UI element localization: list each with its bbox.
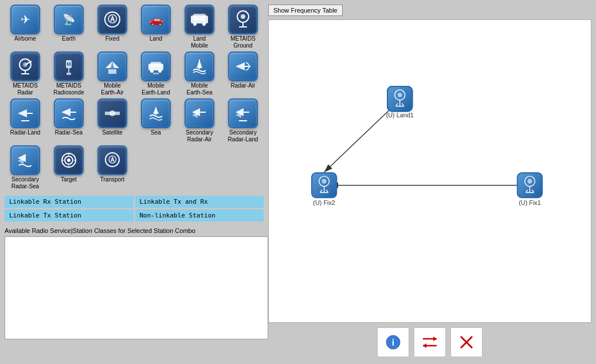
left-panel: ✈ Airborne 📡 Earth Ⓐ Fixed 🚗 Land	[0, 0, 268, 364]
metaids-radar-label: METAIDSRadar	[13, 82, 38, 96]
station-fixed[interactable]: Ⓐ Fixed	[92, 5, 133, 49]
sea-label: Sea	[151, 129, 161, 136]
svg-rect-20	[151, 62, 161, 68]
info-button[interactable]: i	[377, 327, 409, 357]
station-land[interactable]: 🚗 Land	[135, 5, 177, 49]
legend-linkable-tx: Linkable Tx Station	[5, 209, 134, 221]
svg-point-52	[398, 93, 402, 97]
svg-point-5	[202, 22, 206, 26]
land-label: Land	[150, 35, 162, 42]
station-satellite[interactable]: Satellite	[92, 98, 133, 143]
radar-sea-label: Radar-Sea	[55, 129, 83, 136]
metaids-radiosonde-icon: M	[54, 52, 84, 81]
radar-sea-icon	[54, 98, 84, 128]
transport-label: Transport	[100, 176, 124, 183]
show-frequency-table-button[interactable]: Show Frequency Table	[268, 5, 343, 16]
link-button[interactable]	[414, 327, 446, 357]
target-label: Target	[61, 176, 77, 183]
station-metaids-ground[interactable]: METAIDSGround	[222, 5, 264, 49]
svg-point-39	[67, 159, 70, 162]
legend-non-linkable: Non-linkable Station	[135, 209, 264, 221]
satellite-label: Satellite	[102, 129, 123, 136]
svg-rect-17	[66, 73, 71, 75]
station-secondary-radar-land[interactable]: SecondaryRadar-Land	[222, 98, 264, 143]
legend-linkable-rx: Linkable Rx Station	[5, 196, 134, 208]
station-airborne[interactable]: ✈ Airborne	[5, 5, 46, 49]
svg-text:i: i	[392, 338, 394, 347]
mobile-earth-land-label: MobileEarth-Land	[142, 82, 170, 96]
svg-point-21	[150, 69, 154, 73]
delete-button[interactable]	[450, 327, 483, 357]
station-land-mobile[interactable]: LandMobile	[179, 5, 220, 49]
transport-icon: Ⓐ	[97, 145, 127, 175]
earth-label: Earth	[62, 35, 76, 42]
metaids-radiosonde-label: METAIDSRadiosonde	[53, 82, 84, 96]
land-mobile-icon	[185, 5, 214, 34]
mobile-earth-sea-icon	[185, 52, 214, 81]
radar-land-label: Radar-Land	[10, 129, 41, 136]
svg-point-66	[528, 179, 532, 184]
available-title: Available Radio Service|Station Classes …	[5, 227, 264, 234]
station-metaids-radar[interactable]: METAIDSRadar	[5, 52, 46, 96]
mobile-earth-air-label: MobileEarth-Air	[101, 82, 123, 96]
available-textarea[interactable]	[5, 236, 268, 339]
secondary-radar-sea-icon	[10, 145, 40, 175]
land-icon: 🚗	[141, 5, 171, 34]
station-sea[interactable]: Sea	[135, 98, 177, 143]
secondary-radar-land-icon	[228, 98, 258, 128]
airborne-label: Airborne	[14, 35, 36, 42]
network-canvas[interactable]: (U) Land1 (U) Fix2	[268, 19, 591, 323]
available-section: Available Radio Service|Station Classes …	[5, 227, 264, 341]
svg-point-22	[158, 69, 162, 73]
bottom-toolbar: i	[268, 323, 591, 359]
radar-land-icon	[10, 98, 40, 128]
station-transport[interactable]: Ⓐ Transport	[92, 145, 133, 190]
svg-text:Ⓐ: Ⓐ	[108, 14, 117, 24]
station-mobile-earth-land[interactable]: MobileEarth-Land	[135, 52, 177, 96]
fixed-label: Fixed	[105, 35, 119, 42]
station-metaids-radiosonde[interactable]: M METAIDSRadiosonde	[48, 52, 89, 96]
station-radar-sea[interactable]: Radar-Sea	[48, 98, 89, 143]
sea-icon	[141, 98, 171, 128]
node-land1	[387, 86, 412, 111]
svg-rect-23	[153, 73, 159, 74]
legend-linkable-txrx: Linkable Tx and Rx	[135, 196, 264, 208]
station-mobile-earth-air[interactable]: MobileEarth-Air	[92, 52, 133, 96]
svg-rect-3	[193, 14, 206, 21]
station-target[interactable]: Target	[48, 145, 89, 190]
svg-point-4	[193, 22, 197, 26]
svg-marker-76	[423, 343, 426, 348]
svg-point-59	[322, 179, 327, 184]
secondary-radar-air-icon	[185, 98, 214, 128]
station-mobile-earth-sea[interactable]: MobileEarth-Sea	[179, 52, 220, 96]
fixed-icon: Ⓐ	[97, 5, 127, 34]
station-radar-air[interactable]: Radar-Air	[222, 52, 264, 96]
metaids-ground-icon	[228, 5, 258, 34]
airborne-icon: ✈	[10, 5, 40, 34]
metaids-ground-label: METAIDSGround	[230, 35, 256, 49]
network-diagram: (U) Land1 (U) Fix2	[269, 20, 591, 322]
earth-icon: 📡	[54, 5, 84, 34]
station-earth[interactable]: 📡 Earth	[48, 5, 89, 49]
radar-air-label: Radar-Air	[231, 82, 256, 89]
mobile-earth-sea-label: MobileEarth-Sea	[186, 82, 212, 96]
station-secondary-radar-sea[interactable]: SecondaryRadar-Sea	[5, 145, 46, 190]
secondary-radar-land-label: SecondaryRadar-Land	[228, 129, 258, 143]
satellite-icon	[97, 98, 127, 128]
station-grid: ✈ Airborne 📡 Earth Ⓐ Fixed 🚗 Land	[5, 5, 264, 190]
node-fix2-label: (U) Fix2	[313, 199, 335, 206]
metaids-radar-icon	[10, 52, 40, 81]
station-secondary-radar-air[interactable]: SecondaryRadar-Air	[179, 98, 220, 143]
svg-marker-74	[433, 337, 437, 341]
secondary-radar-air-label: SecondaryRadar-Air	[186, 129, 213, 143]
land-mobile-label: LandMobile	[191, 35, 207, 49]
mobile-earth-air-icon	[97, 52, 127, 81]
mobile-earth-land-icon	[141, 52, 171, 81]
svg-text:M: M	[66, 61, 71, 67]
station-radar-land[interactable]: Radar-Land	[5, 98, 46, 143]
node-fix1-label: (U) Fix1	[519, 199, 540, 206]
svg-point-7	[241, 14, 245, 19]
svg-text:Ⓐ: Ⓐ	[108, 155, 117, 164]
legend: Linkable Rx Station Linkable Tx and Rx L…	[5, 196, 264, 221]
right-panel: Show Frequency Table	[268, 0, 596, 364]
